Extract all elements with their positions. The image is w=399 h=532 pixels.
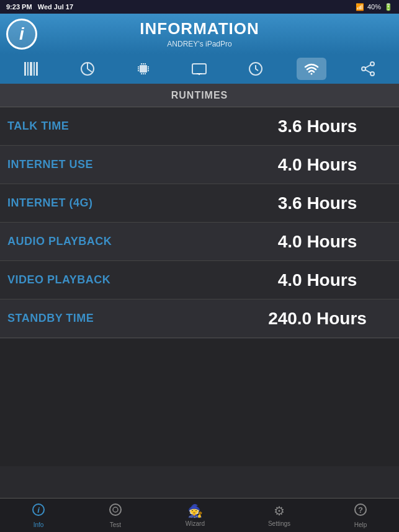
wizard-nav-icon: 🧙 <box>187 503 203 518</box>
runtime-row: STANDBY TIME240.0 Hours <box>0 299 399 338</box>
tab-wifi[interactable] <box>297 58 326 80</box>
runtime-list: TALK TIME3.6 HoursINTERNET USE4.0 HoursI… <box>0 107 399 338</box>
status-date: Wed Jul 17 <box>38 3 73 11</box>
svg-point-24 <box>370 62 374 66</box>
status-bar: 9:23 PM Wed Jul 17 📶 40% 🔋 <box>0 0 399 14</box>
runtime-value: 4.0 Hours <box>236 270 399 290</box>
header: i INFORMATION ANDREY's iPadPro <box>0 14 399 54</box>
runtime-label: VIDEO PLAYBACK <box>0 273 236 286</box>
svg-rect-7 <box>138 66 139 68</box>
svg-rect-16 <box>141 73 142 74</box>
status-time: 9:23 PM <box>6 3 32 11</box>
help-nav-label: Help <box>354 521 367 528</box>
svg-rect-12 <box>148 70 149 71</box>
runtime-label: STANDBY TIME <box>0 312 236 325</box>
svg-rect-17 <box>143 73 144 74</box>
svg-rect-4 <box>36 62 38 76</box>
runtime-row: VIDEO PLAYBACK4.0 Hours <box>0 261 399 299</box>
svg-rect-11 <box>148 68 149 69</box>
svg-rect-3 <box>34 62 35 76</box>
svg-rect-2 <box>30 62 32 76</box>
tab-chart[interactable] <box>73 58 102 80</box>
runtime-row: TALK TIME3.6 Hours <box>0 107 399 146</box>
svg-point-31 <box>110 504 121 515</box>
svg-rect-0 <box>24 62 26 76</box>
runtime-value: 240.0 Hours <box>236 309 399 329</box>
battery-icon: 🔋 <box>384 3 393 11</box>
bottom-nav-wizard[interactable]: 🧙 Wizard <box>186 503 205 527</box>
test-nav-icon <box>109 503 122 520</box>
bottom-nav-info[interactable]: i Info <box>32 503 45 528</box>
svg-line-27 <box>365 65 370 68</box>
info-nav-icon: i <box>32 503 45 520</box>
runtime-value: 4.0 Hours <box>236 155 399 175</box>
settings-nav-icon: ⚙ <box>274 503 285 518</box>
svg-text:i: i <box>37 505 40 515</box>
svg-rect-19 <box>192 64 206 74</box>
tab-screen[interactable] <box>184 58 214 80</box>
svg-text:?: ? <box>358 505 363 515</box>
runtime-row: INTERNET (4G)3.6 Hours <box>0 184 399 223</box>
svg-rect-9 <box>138 70 139 71</box>
bottom-nav: i Info Test 🧙 Wizard ⚙ Settings ? Help <box>0 498 399 532</box>
runtime-label: INTERNET USE <box>0 158 236 171</box>
info-circle-icon: i <box>6 19 37 50</box>
runtime-label: AUDIO PLAYBACK <box>0 235 236 248</box>
svg-line-28 <box>365 70 370 73</box>
info-nav-label: Info <box>34 521 44 528</box>
svg-rect-10 <box>148 66 149 68</box>
wizard-nav-label: Wizard <box>186 520 205 527</box>
header-text: INFORMATION ANDREY's iPadPro <box>140 19 259 48</box>
status-indicators: 📶 40% 🔋 <box>356 3 393 11</box>
runtime-value: 3.6 Hours <box>236 193 399 213</box>
svg-rect-18 <box>145 73 146 74</box>
svg-rect-13 <box>141 63 142 64</box>
device-name: ANDREY's iPadPro <box>140 40 259 48</box>
svg-rect-8 <box>138 68 139 69</box>
tab-history[interactable] <box>241 58 271 80</box>
section-label: RUNTIMES <box>0 84 399 107</box>
bottom-nav-settings[interactable]: ⚙ Settings <box>268 503 290 527</box>
svg-point-23 <box>311 73 313 75</box>
runtime-row: INTERNET USE4.0 Hours <box>0 146 399 184</box>
test-nav-label: Test <box>110 521 121 528</box>
svg-rect-1 <box>27 62 29 76</box>
svg-rect-15 <box>145 63 146 64</box>
wifi-icon: 📶 <box>356 3 364 11</box>
runtime-label: TALK TIME <box>0 120 236 133</box>
tab-share[interactable] <box>353 58 383 80</box>
svg-rect-14 <box>143 63 144 64</box>
help-nav-icon: ? <box>354 503 367 520</box>
runtime-row: AUDIO PLAYBACK4.0 Hours <box>0 223 399 261</box>
settings-nav-label: Settings <box>268 520 290 527</box>
svg-point-32 <box>113 507 118 512</box>
status-time-date: 9:23 PM Wed Jul 17 <box>6 3 73 11</box>
bottom-nav-test[interactable]: Test <box>109 503 122 528</box>
tab-cpu[interactable] <box>128 58 158 80</box>
runtime-value: 4.0 Hours <box>236 232 399 252</box>
runtime-label: INTERNET (4G) <box>0 197 236 210</box>
battery-label: 40% <box>367 3 381 11</box>
page-title: INFORMATION <box>140 19 259 38</box>
svg-rect-6 <box>140 65 147 73</box>
svg-point-25 <box>362 67 365 71</box>
runtime-value: 3.6 Hours <box>236 117 399 136</box>
tab-barcode[interactable] <box>16 58 46 80</box>
empty-space <box>0 338 399 466</box>
bottom-nav-help[interactable]: ? Help <box>354 503 367 528</box>
svg-point-26 <box>370 72 374 76</box>
icon-tab-bar <box>0 54 399 84</box>
